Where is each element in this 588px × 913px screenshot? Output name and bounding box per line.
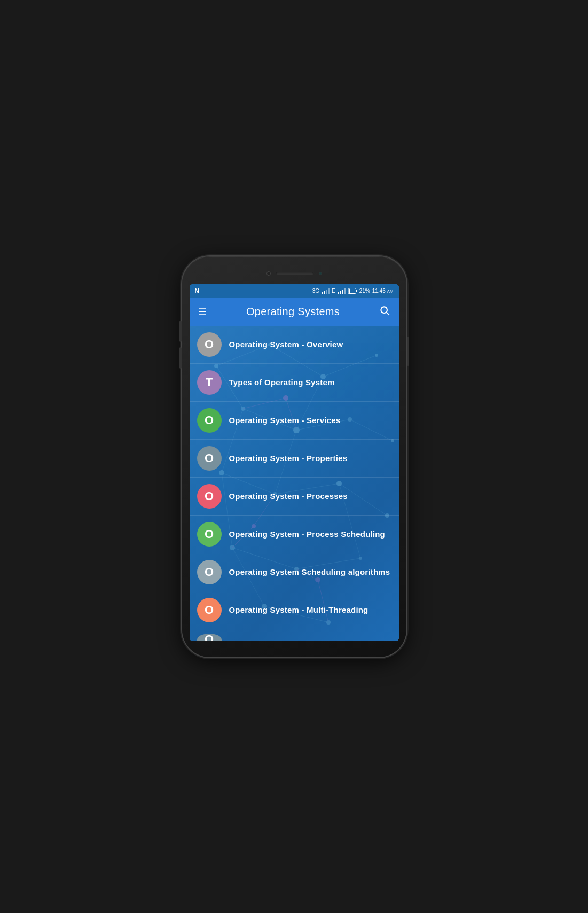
avatar: O: [197, 332, 222, 357]
list-item-partial: O: [190, 629, 399, 641]
search-button[interactable]: [379, 305, 390, 318]
signal-bars-1: [322, 288, 330, 294]
avatar: O: [197, 484, 222, 509]
list-item-label: Types of Operating System: [229, 378, 335, 387]
phone-top-bar: [190, 266, 399, 281]
list-item[interactable]: OOperating System - Processes: [190, 478, 399, 516]
network-label: 3G: [312, 288, 319, 294]
time-display: 11:46 AM: [372, 288, 394, 294]
list-item-label: Operating System - Processes: [229, 491, 348, 501]
notification-icon: N: [195, 287, 200, 295]
avatar: O: [197, 446, 222, 471]
svg-rect-2: [348, 289, 350, 293]
list-item[interactable]: TTypes of Operating System: [190, 364, 399, 402]
volume-down-button[interactable]: [179, 347, 182, 369]
list-item-label: Operating System Scheduling algorithms: [229, 567, 390, 576]
battery-pct: 21%: [359, 288, 370, 294]
speaker-grille: [276, 272, 313, 275]
power-button[interactable]: [407, 337, 409, 366]
avatar: T: [197, 370, 222, 395]
svg-rect-1: [356, 290, 357, 292]
list-item[interactable]: OOperating System - Process Scheduling: [190, 516, 399, 553]
phone-screen: N 3G E: [190, 284, 399, 641]
svg-line-4: [387, 313, 389, 315]
list-item-label: Operating System - Services: [229, 416, 341, 425]
list-item[interactable]: OOperating System - Overview: [190, 326, 399, 364]
status-bar: N 3G E: [190, 284, 399, 298]
hamburger-menu-button[interactable]: ☰: [198, 306, 207, 318]
list-item[interactable]: OOperating System Scheduling algorithms: [190, 553, 399, 591]
sensor-icon: [319, 272, 322, 275]
signal-bars-2: [338, 288, 346, 294]
list-item[interactable]: OOperating System - Multi-Threading: [190, 591, 399, 629]
list-item-label: Operating System - Multi-Threading: [229, 605, 369, 614]
phone-frame: N 3G E: [182, 256, 406, 657]
list-item[interactable]: OOperating System - Properties: [190, 440, 399, 478]
app-title: Operating Systems: [246, 306, 340, 318]
list-item-label: Operating System - Process Scheduling: [229, 529, 385, 539]
camera-icon: [266, 271, 271, 276]
app-bar: ☰ Operating Systems: [190, 298, 399, 326]
avatar: O: [197, 598, 222, 622]
battery-icon: [348, 288, 357, 294]
status-right: 3G E: [312, 288, 394, 294]
network-label-2: E: [332, 288, 335, 294]
avatar: O: [197, 522, 222, 547]
avatar-partial: O: [197, 634, 222, 641]
status-left: N: [195, 287, 200, 295]
avatar: O: [197, 408, 222, 433]
list-item-label: Operating System - Overview: [229, 340, 343, 349]
volume-up-button[interactable]: [179, 321, 182, 342]
list-container: OOperating System - OverviewTTypes of Op…: [190, 326, 399, 641]
list-item-label: Operating System - Properties: [229, 454, 348, 463]
avatar: O: [197, 560, 222, 584]
list-item[interactable]: OOperating System - Services: [190, 402, 399, 440]
